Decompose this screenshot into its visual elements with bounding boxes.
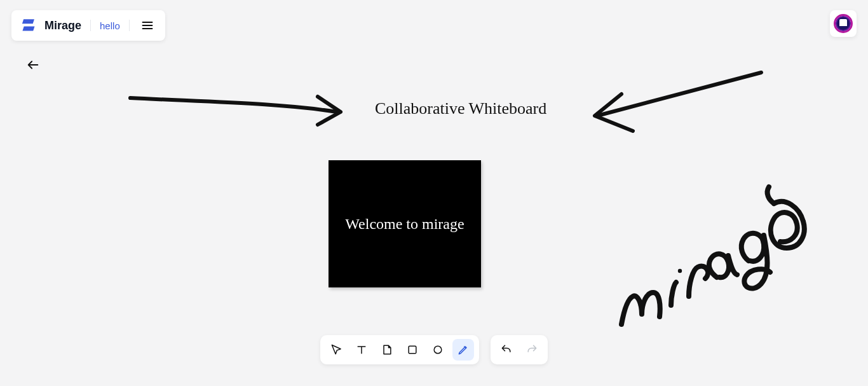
tool-ellipse[interactable] <box>427 339 449 361</box>
undo-button[interactable] <box>496 339 517 361</box>
tool-rectangle[interactable] <box>402 339 423 361</box>
note-icon <box>381 343 393 356</box>
tool-group-history <box>491 335 548 364</box>
cursor-icon <box>330 343 342 356</box>
tool-select[interactable] <box>325 339 347 361</box>
drawn-arrow-right <box>583 69 774 148</box>
svg-rect-3 <box>409 346 416 354</box>
undo-icon <box>500 343 513 356</box>
handwritten-text <box>610 172 813 340</box>
redo-button[interactable] <box>521 339 543 361</box>
canvas-title-text: Collaborative Whiteboard <box>375 99 546 118</box>
tool-group-shapes <box>320 335 479 364</box>
tool-text[interactable] <box>351 339 372 361</box>
tool-pen[interactable] <box>452 339 474 361</box>
bottom-toolbar <box>320 335 548 364</box>
rectangle-icon <box>406 343 419 356</box>
svg-point-2 <box>678 269 682 273</box>
welcome-box: Welcome to mirage <box>329 160 481 287</box>
whiteboard-canvas[interactable]: Collaborative Whiteboard Welcome to mira… <box>0 0 868 386</box>
redo-icon <box>526 343 538 356</box>
pen-icon <box>457 343 470 356</box>
ellipse-icon <box>431 343 444 356</box>
welcome-text: Welcome to mirage <box>345 216 464 233</box>
svg-point-4 <box>434 346 442 354</box>
tool-note[interactable] <box>376 339 398 361</box>
drawn-arrow-left <box>127 89 356 142</box>
text-icon <box>355 343 368 356</box>
